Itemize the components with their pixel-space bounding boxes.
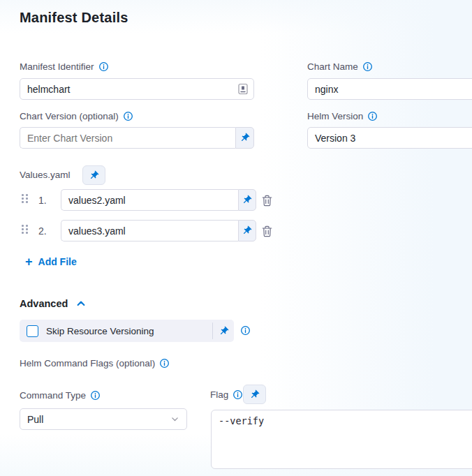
info-icon[interactable] bbox=[123, 111, 133, 121]
pin-button[interactable] bbox=[235, 127, 254, 149]
helm-command-flags-label: Helm Command Flags (optional) bbox=[20, 358, 170, 369]
pin-button[interactable] bbox=[238, 189, 256, 211]
chart-version-input[interactable] bbox=[20, 127, 235, 149]
flag-pin-button[interactable] bbox=[243, 385, 266, 404]
skip-resource-versioning-label: Skip Resource Versioning bbox=[46, 326, 212, 336]
manifest-identifier-label: Manifest Identifier bbox=[20, 61, 109, 72]
flag-textarea[interactable] bbox=[211, 410, 472, 469]
values-file-field bbox=[61, 189, 256, 211]
info-icon[interactable] bbox=[159, 358, 170, 369]
pin-button[interactable] bbox=[238, 220, 256, 241]
chevron-up-icon bbox=[76, 299, 86, 308]
chart-name-input[interactable] bbox=[307, 78, 472, 100]
values-yaml-label: Values.yaml bbox=[20, 170, 71, 180]
pin-icon bbox=[249, 389, 260, 400]
chart-name-label: Chart Name bbox=[307, 61, 373, 72]
manifest-identifier-input[interactable] bbox=[20, 78, 254, 100]
chevron-down-icon bbox=[170, 415, 179, 424]
info-icon[interactable] bbox=[90, 390, 101, 401]
row-index: 1. bbox=[38, 195, 47, 206]
identifier-edit-icon[interactable] bbox=[238, 83, 248, 95]
trash-icon[interactable] bbox=[261, 224, 274, 238]
helm-version-label: Helm Version bbox=[307, 111, 378, 121]
drag-handle-icon[interactable] bbox=[22, 225, 28, 234]
info-icon[interactable] bbox=[367, 111, 378, 121]
info-icon[interactable] bbox=[233, 389, 243, 400]
page-title: Manifest Details bbox=[20, 10, 128, 26]
command-type-label: Command Type bbox=[20, 390, 101, 401]
row-index: 2. bbox=[38, 225, 47, 237]
chart-version-label: Chart Version (optional) bbox=[20, 111, 133, 121]
skip-resource-versioning-panel: Skip Resource Versioning bbox=[20, 320, 234, 342]
drag-handle-icon[interactable] bbox=[22, 194, 28, 203]
plus-icon: + bbox=[25, 257, 33, 267]
add-file-button[interactable]: + Add File bbox=[25, 256, 77, 267]
manifest-details-form: Manifest Details Manifest Identifier Cha… bbox=[0, 0, 472, 476]
pin-icon bbox=[242, 225, 252, 236]
info-icon[interactable] bbox=[240, 325, 251, 336]
info-icon[interactable] bbox=[98, 61, 109, 72]
helm-version-select[interactable]: Version 3 bbox=[307, 127, 472, 149]
values-file-input[interactable] bbox=[61, 189, 238, 211]
command-type-select[interactable]: Pull bbox=[20, 408, 187, 430]
skip-resource-versioning-checkbox[interactable] bbox=[27, 325, 38, 337]
flag-label: Flag bbox=[210, 389, 243, 400]
values-yaml-pin-button[interactable] bbox=[82, 165, 105, 185]
advanced-section-toggle[interactable]: Advanced bbox=[20, 298, 86, 309]
pin-icon bbox=[242, 195, 252, 205]
manifest-identifier-field-wrap bbox=[20, 78, 254, 100]
pin-button[interactable] bbox=[213, 320, 234, 342]
pin-icon bbox=[219, 326, 229, 336]
values-file-input[interactable] bbox=[61, 220, 238, 241]
values-file-field bbox=[61, 220, 256, 241]
pin-icon bbox=[239, 133, 250, 143]
pin-icon bbox=[89, 170, 99, 181]
chart-version-field bbox=[20, 127, 254, 149]
trash-icon[interactable] bbox=[261, 193, 274, 207]
info-icon[interactable] bbox=[362, 61, 373, 72]
